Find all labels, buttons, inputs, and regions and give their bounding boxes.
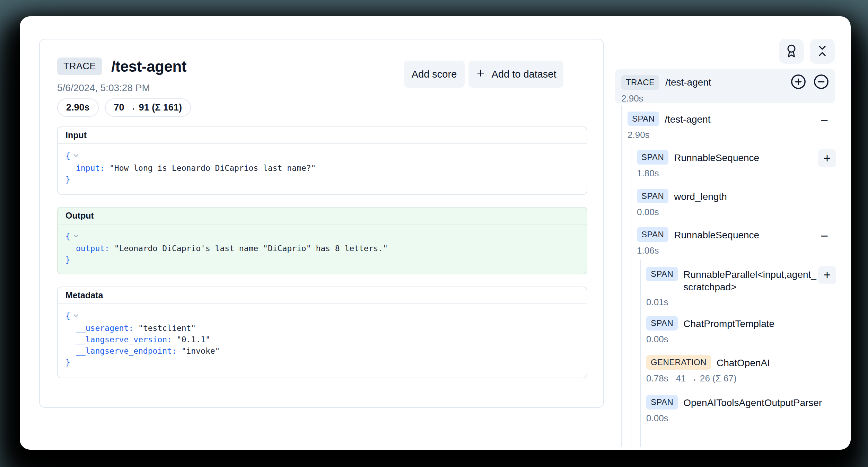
json-line-close: } [65,254,579,266]
add-score-button[interactable]: Add score [404,61,465,88]
add-score-label: Add score [412,69,457,80]
app-window: TRACE /test-agent 5/6/2024, 5:03:28 PM 2… [20,16,851,450]
json-entry: input: "How long is Leonardo DiCaprios l… [65,162,579,174]
json-line-close: } [65,357,579,368]
input-panel: Input { input: "How long is Leonardo DiC… [57,126,587,195]
generation-name: ChatOpenAI [717,355,770,369]
tree-row-generation[interactable]: GENERATION ChatOpenAI 0.78s 41 → 26 (Σ 6… [646,355,770,384]
span-badge: SPAN [637,227,668,242]
expand-all-button[interactable] [790,74,806,91]
span-latency: 0.00s [646,413,668,424]
json-entry: __langserve_endpoint: "invoke" [65,345,579,357]
json-line-open[interactable]: { [65,231,579,243]
award-icon [784,44,798,59]
span-name: RunnableSequence [674,227,759,241]
generation-latency: 0.78s [646,373,668,384]
chevron-down-icon [72,151,80,162]
span-latency: 1.80s [637,168,659,179]
span-badge: SPAN [637,189,668,203]
metadata-panel: Metadata { __useragent: "testclient" __l… [57,287,587,378]
collapse-all-button[interactable] [810,39,835,64]
json-line-open[interactable]: { [65,310,579,323]
span-name: OpenAIToolsAgentOutputParser [683,395,822,409]
input-json-viewer: { input: "How long is Leonardo DiCaprios… [58,144,587,192]
tree-row-span[interactable]: SPAN /test-agent 2.90s [628,112,711,140]
span-name: /test-agent [665,112,710,126]
tree-row-span[interactable]: SPAN OpenAIToolsAgentOutputParser 0.00s [646,395,822,424]
expand-node-button[interactable]: + [818,149,836,167]
latency-badge: 2.90s [57,98,99,117]
span-latency: 1.06s [637,245,659,256]
plus-icon [475,68,486,81]
tree-row-trace-selected[interactable]: TRACE /test-agent 2.90s [615,69,835,103]
span-latency: 0.01s [646,297,668,308]
trace-detail-card: TRACE /test-agent 5/6/2024, 5:03:28 PM 2… [39,39,604,408]
tree-row-span[interactable]: SPAN ChatPromptTemplate 0.00s [646,316,774,345]
json-entry: __langserve_version: "0.1.1" [65,334,579,345]
span-badge: SPAN [637,150,668,165]
trace-header: TRACE /test-agent [57,58,186,75]
chevron-down-icon [72,311,80,323]
collapse-all-tree-button[interactable] [813,74,829,91]
generation-token-usage: 41 → 26 (Σ 67) [676,373,737,384]
span-badge: SPAN [646,395,678,409]
circle-plus-icon [790,74,806,91]
output-json-viewer: { output: "Leonardo DiCaprio's last name… [58,224,587,272]
tree-indent-guide [621,105,622,447]
tree-indent-guide [631,144,631,447]
add-to-dataset-label: Add to dataset [491,69,556,80]
chevron-down-icon [72,231,80,243]
output-panel-title: Output [58,208,587,224]
add-to-dataset-button[interactable]: Add to dataset [468,61,563,88]
span-badge: SPAN [646,267,678,281]
trace-latency: 2.90s [621,93,829,104]
span-badge: SPAN [646,316,678,331]
trace-timestamp: 5/6/2024, 5:03:28 PM [57,82,150,94]
span-latency: 2.90s [628,130,650,140]
span-name: RunnableParallel<input,agent_scratchpad> [683,267,819,293]
span-name: ChatPromptTemplate [683,316,774,330]
page-title: /test-agent [111,58,186,75]
json-entry: __useragent: "testclient" [65,323,579,334]
json-line-open[interactable]: { [65,150,579,162]
span-badge: SPAN [628,112,659,126]
span-latency: 0.00s [646,334,668,345]
chevrons-down-up-icon [815,44,829,59]
tree-row-span[interactable]: SPAN RunnableParallel<input,agent_scratc… [646,267,819,308]
span-name: RunnableSequence [674,150,759,164]
generation-badge: GENERATION [646,355,711,370]
span-name: word_length [674,189,727,203]
span-latency: 0.00s [637,207,659,218]
trace-type-badge: TRACE [57,58,102,75]
collapse-node-button[interactable]: − [817,228,832,244]
annotate-award-button[interactable] [779,39,804,64]
input-panel-title: Input [58,127,587,144]
json-entry: output: "Leonardo DiCaprio's last name "… [65,243,579,254]
expand-node-button[interactable]: + [818,266,836,284]
metadata-panel-title: Metadata [58,287,587,304]
collapse-node-button[interactable]: − [817,113,832,128]
trace-badge: TRACE [621,75,659,90]
tree-row-span[interactable]: SPAN RunnableSequence 1.06s [637,227,759,256]
tree-indent-guide [640,259,641,447]
output-panel: Output { output: "Leonardo DiCaprio's la… [57,207,587,274]
json-line-close: } [65,174,579,185]
token-usage-badge: 70 → 91 (Σ 161) [105,98,191,117]
metadata-json-viewer: { __useragent: "testclient" __langserve_… [58,304,587,375]
tree-row-span[interactable]: SPAN RunnableSequence 1.80s [637,150,759,179]
trace-stats-row: 2.90s 70 → 91 (Σ 161) [57,98,191,117]
tree-row-span[interactable]: SPAN word_length 0.00s [637,189,727,218]
trace-name: /test-agent [665,77,711,88]
circle-minus-icon [813,74,829,91]
